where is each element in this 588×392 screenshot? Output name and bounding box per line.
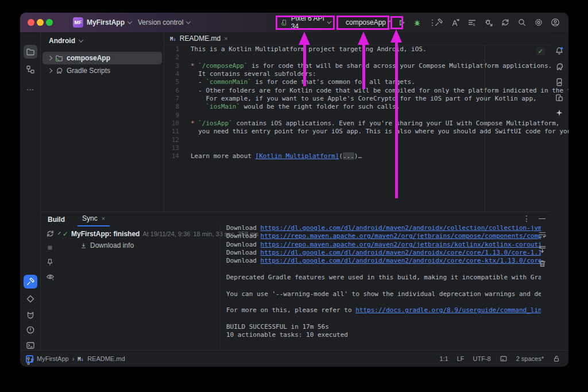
device-selector[interactable]: Pixel 6 API 34 [276,16,335,30]
caret-position-widget[interactable]: 1:1 [439,355,448,362]
scroll-to-end-button[interactable] [537,244,547,254]
markdown-icon: M↓ [170,34,176,43]
gear-icon [534,18,543,27]
run-config-label: composeApp [346,18,386,26]
hammer-icon-button[interactable] [434,17,444,28]
tree-item-composeapp[interactable]: composeApp [42,52,162,64]
tab-readme[interactable]: M↓ README.md × [164,32,234,45]
tab-sync[interactable]: Sync × [78,212,110,226]
app-quality-insights-button[interactable] [24,292,37,306]
sync-refresh-button[interactable] [45,228,55,239]
text-segment: Deprecated Gradle features were used in … [226,274,541,281]
line-separator-widget[interactable]: LF [457,355,465,362]
text-segment: would be the right folder for such calls… [240,103,400,110]
nodes-icon [26,65,35,74]
close-window-button[interactable] [28,19,34,26]
build-console[interactable]: Download https://dl.google.com/dl/androi… [220,224,541,349]
logcat-button[interactable] [24,308,37,322]
run-button[interactable] [396,17,407,28]
editor-line: 13 [164,144,551,152]
chevron-down-icon [327,20,332,24]
tab-label: README.md [180,34,220,43]
chevron-right-icon [48,68,52,73]
console-line: Download https://dl.google.com/dl/androi… [226,257,541,265]
tree-item-label: Gradle Scripts [67,67,110,75]
console-line: Download https://repo.maven.apache.org/m… [226,232,541,240]
text-segment: Download [226,257,261,264]
console-line [226,266,541,274]
minimize-window-button[interactable] [37,19,44,26]
terminal-icon [26,341,35,350]
project-switcher-label: MyFirstApp [87,18,125,26]
project-switcher[interactable]: MyFirstApp [87,13,131,32]
gradle-tool-button[interactable] [552,60,566,74]
project-view-selector[interactable]: Android [49,37,83,45]
maximize-window-button[interactable] [46,19,53,26]
line-number: 11 [164,128,179,136]
view-options-button[interactable] [45,271,55,282]
console-line [226,282,541,290]
clear-console-button[interactable] [537,258,547,268]
panel-more-button[interactable]: ⋮ [523,216,531,221]
eye-icon [46,272,55,281]
gradle-sync-icon-button[interactable] [500,17,510,28]
more-tools-button[interactable]: … [24,80,37,94]
debug-button[interactable] [412,17,422,28]
resource-manager-button[interactable] [24,63,37,76]
notifications-button[interactable] [552,44,566,58]
encoding-widget[interactable]: UTF-8 [473,355,491,362]
text-segment: `iosMain` [206,103,241,110]
text-segment: * [191,62,198,70]
profiler-bug-icon-button[interactable] [483,17,494,28]
indent-widget[interactable]: 2 spaces* [516,355,544,362]
hyperlink[interactable]: https://dl.google.com/dl/android/maven2/… [261,249,541,256]
line-number: 2 [164,53,179,62]
hide-panel-button[interactable]: — [539,214,546,222]
project-tool-button[interactable] [24,45,37,59]
editor-content[interactable]: 1This is a Kotlin Multiplatform project … [164,45,551,161]
editor-line: 2 [164,53,551,62]
account-icon [551,18,560,27]
stop-button[interactable] [45,243,55,253]
build-tree-root[interactable]: ✓ MyFirstApp: finished At 19/11/24, 9:36… [59,228,213,240]
problems-button[interactable] [24,323,37,337]
hyperlink[interactable]: https://docs.gradle.org/8.9/userguide/co… [355,306,541,314]
hammer-icon [26,277,35,286]
text-segment: It contains several subfolders: [191,70,316,78]
run-config-selector[interactable]: composeApp [338,16,390,30]
console-line: Deprecated Gradle features were used in … [226,274,541,282]
ai-assistant-button[interactable] [552,106,566,120]
hyperlink[interactable]: https://dl.google.com/dl/android/maven2/… [261,257,541,264]
hyperlink[interactable]: [Kotlin Multiplatform] [256,152,339,160]
line-text: * `/iosApp` contains iOS applications. E… [179,120,559,128]
pin-button[interactable] [45,257,55,267]
chevron-down-icon [388,20,391,23]
tab-size-icon[interactable] [500,355,508,363]
vcs-menu[interactable]: Version control [138,13,190,32]
list-settings-icon-button[interactable]: s [467,17,477,28]
hyperlink[interactable]: https://repo.maven.apache.org/maven2/org… [261,232,541,240]
settings-button[interactable] [533,17,544,28]
hyperlink[interactable]: https://repo.maven.apache.org/maven2/org… [261,241,541,248]
tree-item-gradle-scripts[interactable]: Gradle Scripts [42,64,162,77]
lock-icon[interactable] [552,355,560,363]
breadcrumb-file[interactable]: README.md [87,355,125,362]
text-segment: contains iOS applications. Even if you'r… [233,120,560,127]
text-segment: * [191,120,198,127]
close-icon[interactable]: × [224,35,227,42]
hammer-icon [434,18,443,27]
soft-wrap-button[interactable] [537,229,547,240]
line-text: - `commonMain` is for code that's common… [179,78,415,86]
build-tree-child[interactable]: Download info [59,240,213,251]
close-icon[interactable]: × [102,215,105,222]
text-segment: is for code that will be shared across y… [247,62,552,70]
breadcrumb-project[interactable]: MyFirstApp [37,355,69,362]
build-tool-button[interactable] [24,275,37,289]
hyperlink[interactable]: https://dl.google.com/dl/android/maven2/… [261,224,541,232]
folder-icon [26,47,35,56]
letter-a-sync-icon-button[interactable] [450,17,461,28]
search-icon [517,18,527,27]
account-button[interactable] [550,17,560,28]
search-button[interactable] [517,17,527,28]
text-segment: ... [343,152,354,160]
